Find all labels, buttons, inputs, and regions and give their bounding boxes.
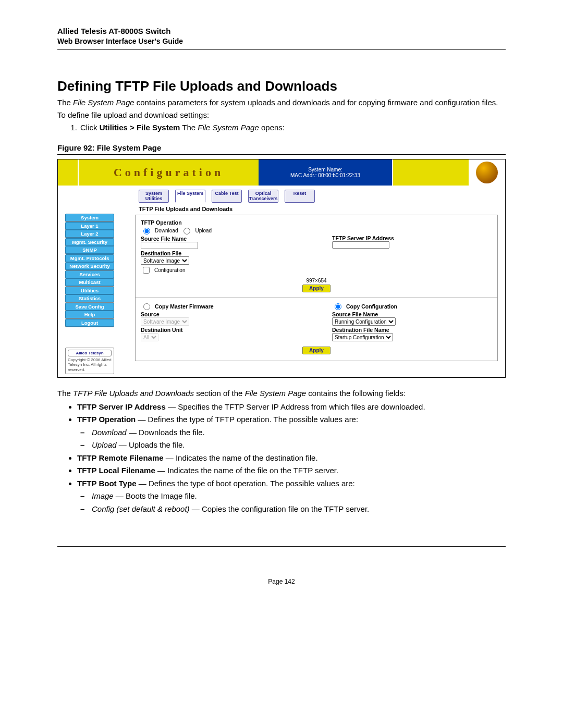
globe-logo	[469, 159, 505, 186]
upload-label: Upload	[195, 228, 212, 233]
tab-system-utilities[interactable]: System Utilities	[139, 190, 169, 203]
field-item: TFTP Server IP Address — Specifies the T…	[77, 401, 506, 413]
tab-cable-test[interactable]: Cable Test	[212, 190, 242, 203]
globe-icon	[476, 162, 498, 183]
source-file-name-2-label: Source File Name	[332, 311, 492, 317]
brand-badge: Allied Telesyn	[68, 350, 112, 356]
field-item: TFTP Remote Filename — Indicates the nam…	[77, 452, 506, 464]
source-file-name-2-select[interactable]: Running Configuration	[332, 317, 396, 326]
field-item: TFTP Local Filename — Indicates the name…	[77, 465, 506, 477]
copy-configuration-label: Copy Configuration	[346, 303, 397, 310]
page-number: Page 142	[57, 578, 506, 585]
sidebar-item-help[interactable]: Help	[65, 311, 114, 318]
sidebar-item-system[interactable]: System	[65, 214, 114, 221]
header-rule	[57, 49, 506, 50]
header-subtitle: Web Browser Interface User's Guide	[57, 36, 506, 46]
field-sub-item: Config (set default & reboot) — Copies t…	[92, 503, 506, 515]
apply-button-2[interactable]: Apply	[302, 347, 331, 354]
destination-file-name-2-label: Destination File Name	[332, 327, 492, 333]
content-panel: TFTP Operation Download Upload Source Fi…	[135, 215, 498, 361]
sidebar-item-multicast[interactable]: Multicast	[65, 278, 114, 286]
tab-reset[interactable]: Reset	[285, 190, 315, 203]
download-label: Download	[155, 228, 178, 233]
destination-file-select[interactable]: Software Image	[141, 256, 189, 265]
system-info-bar: System Name: MAC Addr.: 00:00:b0:01:22:3…	[259, 159, 392, 186]
upload-radio[interactable]	[183, 228, 190, 235]
source-file-name-label: Source File Name	[141, 236, 301, 242]
config-banner: Configuration	[79, 159, 259, 186]
sidebar-item-snmp[interactable]: SNMP	[65, 246, 114, 254]
sidebar-item-layer2[interactable]: Layer 2	[65, 230, 114, 238]
field-item: TFTP Boot Type — Defines the type of boo…	[77, 478, 506, 515]
banner-gap	[392, 159, 469, 186]
tab-optical-transceivers[interactable]: Optical Transceivers	[248, 190, 278, 203]
configuration-label: Configuration	[154, 267, 185, 273]
sidebar-item-mgmt-security[interactable]: Mgmt. Security	[65, 238, 114, 246]
footer-rule	[57, 546, 506, 547]
source-select[interactable]: Software Image	[141, 317, 189, 326]
mac-addr-label: MAC Addr.: 00:00:b0:01:22:33	[290, 172, 360, 178]
config-banner-text: Configuration	[114, 166, 224, 179]
field-sub-item: Upload — Uploads the file.	[92, 439, 506, 451]
copy-master-firmware-radio[interactable]	[143, 303, 150, 310]
sidebar-item-utilities[interactable]: Utilities	[65, 287, 114, 294]
dimensions-label: 997×654	[141, 278, 492, 283]
sidebar: System Layer 1 Layer 2 Mgmt. Security SN…	[65, 214, 114, 374]
step-1: Click Utilities > File System The File S…	[79, 122, 506, 133]
download-radio[interactable]	[143, 228, 150, 235]
header-title: Allied Telesis AT-8000S Switch	[57, 26, 506, 36]
section-title: Defining TFTP File Uploads and Downloads	[57, 78, 506, 94]
destination-file-label: Destination File	[141, 250, 301, 256]
destination-unit-label: Destination Unit	[141, 327, 301, 333]
source-label: Source	[141, 311, 301, 317]
system-name-label: System Name:	[308, 167, 342, 172]
figure-caption: Figure 92: File System Page	[57, 143, 506, 152]
configuration-checkbox[interactable]	[143, 267, 150, 274]
banner-corner	[58, 159, 79, 186]
tabs-row: System Utilities File System Cable Test …	[139, 190, 505, 203]
copyright-box: Allied Telesyn Copyright © 2006 Allied T…	[65, 348, 114, 374]
tab-file-system[interactable]: File System	[175, 190, 205, 203]
fields-lead: The TFTP File Uploads and Downloads sect…	[57, 388, 506, 399]
steps-list: Click Utilities > File System The File S…	[57, 122, 506, 133]
tftp-server-ip-input[interactable]	[332, 241, 389, 249]
source-file-name-input[interactable]	[141, 242, 198, 249]
tftp-server-ip-label: TFTP Server IP Address	[332, 235, 492, 241]
sidebar-item-save-config[interactable]: Save Config	[65, 303, 114, 311]
destination-file-name-2-select[interactable]: Startup Configuration	[332, 333, 393, 341]
sidebar-item-layer1[interactable]: Layer 1	[65, 222, 114, 230]
sidebar-item-network-security[interactable]: Network Security	[65, 262, 114, 270]
copyright-text: Copyright © 2006 Allied Telesyn Inc. All…	[68, 357, 112, 372]
figure-screenshot: Configuration System Name: MAC Addr.: 00…	[57, 159, 506, 378]
intro-paragraph-2: To define file upload and download setti…	[57, 110, 506, 120]
copy-configuration-radio[interactable]	[335, 303, 341, 310]
destination-unit-select[interactable]: All	[141, 333, 158, 341]
field-item: TFTP Operation — Defines the type of TFT…	[77, 414, 506, 451]
fields-list: TFTP Server IP Address — Specifies the T…	[57, 401, 506, 515]
sidebar-item-logout[interactable]: Logout	[65, 319, 114, 327]
field-sub-item: Download — Downloads the file.	[92, 427, 506, 439]
intro-paragraph-1: The File System Page contains parameters…	[57, 97, 506, 108]
sidebar-item-statistics[interactable]: Statistics	[65, 294, 114, 302]
field-sub-item: Image — Boots the Image file.	[92, 490, 506, 502]
panel-heading: TFTP File Uploads and Downloads	[139, 206, 505, 212]
apply-button-1[interactable]: Apply	[302, 285, 331, 292]
sidebar-item-mgmt-protocols[interactable]: Mgmt. Protocols	[65, 254, 114, 262]
page-header: Allied Telesis AT-8000S Switch Web Brows…	[57, 26, 506, 46]
figure-rule	[57, 154, 506, 155]
sidebar-item-services[interactable]: Services	[65, 270, 114, 278]
tftp-operation-label: TFTP Operation	[141, 219, 301, 226]
copy-master-firmware-label: Copy Master Firmware	[155, 303, 214, 310]
